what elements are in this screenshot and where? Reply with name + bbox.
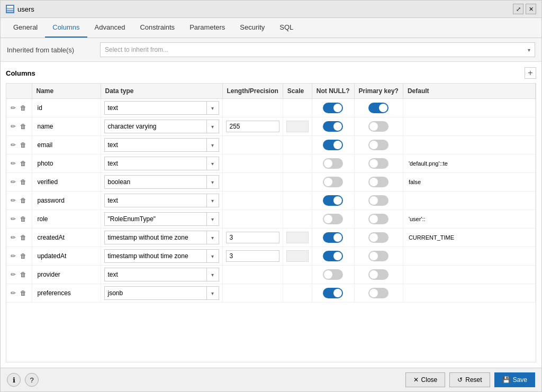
datatype-arrow-6[interactable]: ▾ [207,216,219,222]
edit-row-4[interactable]: ✏ [10,177,17,187]
delete-row-1[interactable]: 🗑 [19,122,28,131]
inherit-dropdown-icon[interactable]: ▾ [528,47,530,53]
length-input-1[interactable] [226,121,279,132]
datatype-select-6[interactable]: "RoleEnumType" ▾ [104,212,219,226]
datatype-arrow-4[interactable]: ▾ [207,179,219,185]
edit-row-2[interactable]: ✏ [10,140,17,150]
edit-row-3[interactable]: ✏ [10,159,17,168]
primary-key-toggle-0[interactable] [368,103,389,113]
name-input-3[interactable] [35,159,97,168]
datatype-arrow-3[interactable]: ▾ [207,161,219,167]
not-null-toggle-10[interactable] [323,288,343,298]
default-input-8[interactable] [406,252,532,260]
delete-row-4[interactable]: 🗑 [19,177,28,187]
name-input-10[interactable] [35,288,97,298]
datatype-select-10[interactable]: jsonb ▾ [104,286,219,300]
not-null-toggle-3[interactable] [323,158,343,169]
not-null-toggle-6[interactable] [323,214,343,224]
primary-key-toggle-1[interactable] [368,121,389,132]
info-button[interactable]: ℹ [7,373,21,387]
not-null-toggle-8[interactable] [323,251,343,261]
delete-row-6[interactable]: 🗑 [19,214,28,224]
default-input-4[interactable] [406,178,532,186]
datatype-arrow-1[interactable]: ▾ [207,124,219,130]
delete-row-10[interactable]: 🗑 [19,288,28,298]
default-input-10[interactable] [406,289,532,297]
scale-input-1[interactable] [286,121,309,132]
length-input-8[interactable] [226,250,279,262]
datatype-arrow-5[interactable]: ▾ [207,198,219,204]
primary-key-toggle-5[interactable] [368,195,389,206]
datatype-arrow-8[interactable]: ▾ [207,253,219,259]
datatype-select-5[interactable]: text ▾ [104,194,219,207]
inherit-select[interactable]: Select to inherit from... ▾ [100,42,535,57]
datatype-select-8[interactable]: timestamp without time zone ▾ [104,249,219,263]
name-input-6[interactable] [35,214,97,224]
save-button[interactable]: 💾 Save [494,372,535,387]
name-input-1[interactable] [35,122,97,131]
datatype-arrow-10[interactable]: ▾ [207,290,219,296]
delete-row-7[interactable]: 🗑 [19,233,28,242]
edit-row-9[interactable]: ✏ [10,270,17,279]
edit-row-6[interactable]: ✏ [10,214,17,224]
datatype-arrow-9[interactable]: ▾ [207,272,219,278]
edit-row-8[interactable]: ✏ [10,251,17,261]
expand-button[interactable]: ⤢ [513,4,523,14]
length-input-7[interactable] [226,232,279,243]
default-input-5[interactable] [406,196,532,205]
delete-row-2[interactable]: 🗑 [19,140,28,150]
scale-input-7[interactable] [286,232,309,243]
not-null-toggle-9[interactable] [323,269,343,280]
name-input-4[interactable] [35,177,97,187]
name-input-0[interactable] [35,103,97,113]
scale-input-8[interactable] [286,250,309,262]
tab-sql[interactable]: SQL [272,18,301,38]
edit-row-5[interactable]: ✏ [10,196,17,205]
not-null-toggle-7[interactable] [323,232,343,243]
tab-advanced[interactable]: Advanced [87,18,133,38]
default-input-2[interactable] [406,141,532,149]
name-input-5[interactable] [35,196,97,205]
primary-key-toggle-10[interactable] [368,288,389,298]
primary-key-toggle-9[interactable] [368,269,389,280]
name-input-7[interactable] [35,233,97,242]
edit-row-10[interactable]: ✏ [10,288,17,298]
close-window-button[interactable]: ✕ [526,4,536,14]
edit-row-7[interactable]: ✏ [10,233,17,242]
reset-button[interactable]: ↺ Reset [449,372,490,387]
datatype-select-4[interactable]: boolean ▾ [104,175,219,189]
primary-key-toggle-6[interactable] [368,214,389,224]
default-input-3[interactable] [406,159,532,168]
delete-row-8[interactable]: 🗑 [19,251,28,261]
tab-parameters[interactable]: Parameters [182,18,232,38]
datatype-select-2[interactable]: text ▾ [104,138,219,152]
not-null-toggle-1[interactable] [323,121,343,132]
not-null-toggle-5[interactable] [323,195,343,206]
datatype-arrow-7[interactable]: ▾ [207,235,219,241]
edit-row-1[interactable]: ✏ [10,122,17,131]
datatype-select-9[interactable]: text ▾ [104,268,219,281]
tab-constraints[interactable]: Constraints [132,18,182,38]
delete-row-5[interactable]: 🗑 [19,196,28,205]
not-null-toggle-0[interactable] [323,103,343,113]
default-input-7[interactable] [406,233,532,242]
primary-key-toggle-4[interactable] [368,177,389,187]
tab-columns[interactable]: Columns [45,18,87,38]
primary-key-toggle-3[interactable] [368,158,389,169]
primary-key-toggle-7[interactable] [368,232,389,243]
name-input-9[interactable] [35,270,97,279]
primary-key-toggle-2[interactable] [368,140,389,150]
primary-key-toggle-8[interactable] [368,251,389,261]
close-button[interactable]: ✕ Close [405,372,446,387]
default-input-9[interactable] [406,270,532,279]
tab-general[interactable]: General [6,18,45,38]
not-null-toggle-4[interactable] [323,177,343,187]
delete-row-0[interactable]: 🗑 [19,103,28,113]
tab-security[interactable]: Security [232,18,272,38]
default-input-1[interactable] [406,122,532,131]
datatype-select-3[interactable]: text ▾ [104,157,219,170]
datatype-arrow-0[interactable]: ▾ [207,105,219,111]
datatype-select-0[interactable]: text ▾ [104,101,219,115]
delete-row-9[interactable]: 🗑 [19,270,28,279]
name-input-8[interactable] [35,251,97,261]
